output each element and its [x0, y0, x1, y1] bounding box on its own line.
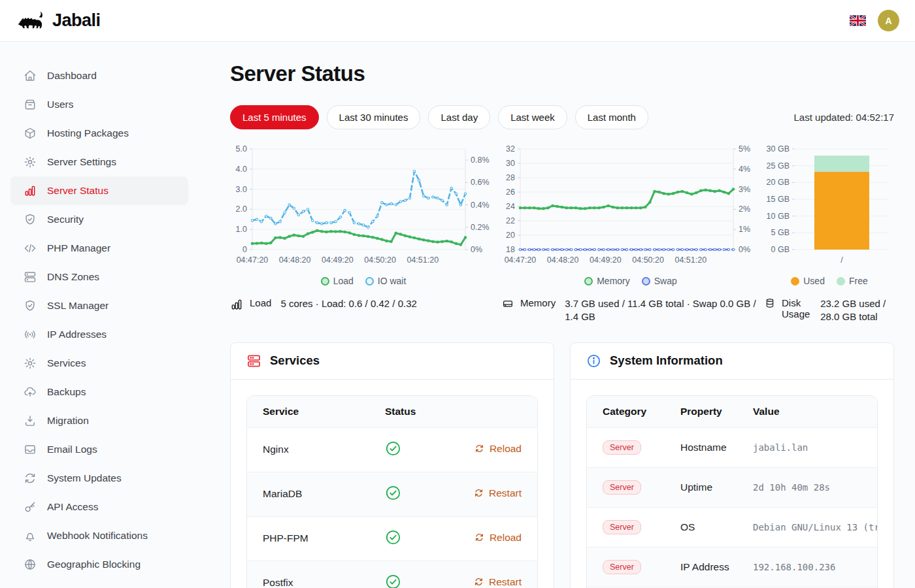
- service-row-postfix: PostfixRestart: [247, 561, 537, 588]
- category-cell: Server: [587, 547, 665, 587]
- legend-item-io-wait[interactable]: IO wait: [365, 276, 407, 286]
- legend-item-swap[interactable]: Swap: [642, 276, 677, 286]
- svg-text:22: 22: [506, 216, 515, 225]
- bar-chart-icon: [230, 298, 243, 311]
- svg-text:20 GB: 20 GB: [767, 178, 790, 187]
- service-action-cell: Reload: [454, 427, 537, 472]
- service-action-cell: Restart: [454, 472, 537, 516]
- svg-text:04:48:20: 04:48:20: [547, 255, 579, 265]
- language-uk-flag-icon[interactable]: [850, 15, 866, 26]
- server-stack-icon: [246, 353, 261, 368]
- postfix-restart-button[interactable]: Restart: [474, 576, 522, 588]
- php-fpm-reload-button[interactable]: Reload: [474, 532, 522, 544]
- status-value: 3.7 GB used / 11.4 GB total · Swap 0.0 G…: [565, 297, 759, 324]
- sidebar-item-server-settings[interactable]: Server Settings: [10, 148, 188, 176]
- system-info-card: System Information Category Property Val…: [570, 342, 894, 588]
- topbar: Jabali A: [0, 0, 915, 42]
- sidebar-item-hosting-packages[interactable]: Hosting Packages: [10, 119, 188, 148]
- inbox-icon: [24, 443, 37, 456]
- range-button-last-30-minutes[interactable]: Last 30 minutes: [327, 105, 421, 129]
- load-chart: 01.02.03.04.05.00%0.2%0.4%0.6%0.8%04:47:…: [230, 144, 497, 272]
- load-chart-legend: LoadIO wait: [230, 274, 497, 288]
- range-button-last-5-minutes[interactable]: Last 5 minutes: [230, 105, 319, 129]
- status-disk-usage: Disk Usage23.2 GB used / 28.0 GB total: [765, 297, 894, 324]
- sidebar-item-php-manager[interactable]: PHP Manager: [10, 234, 188, 263]
- sidebar-item-ip-addresses[interactable]: IP Addresses: [10, 320, 188, 349]
- system-info-card-title: System Information: [610, 353, 723, 368]
- svg-text:04:47:20: 04:47:20: [237, 255, 269, 265]
- sidebar-item-dashboard[interactable]: Dashboard: [10, 61, 188, 90]
- last-updated: Last updated: 04:52:17: [794, 112, 894, 123]
- key-icon: [24, 500, 37, 514]
- svg-text:04:48:20: 04:48:20: [279, 255, 311, 265]
- sidebar-item-webhook-notifications[interactable]: Webhook Notifications: [10, 521, 188, 550]
- sidebar-item-services[interactable]: Services: [10, 349, 188, 378]
- sidebar-item-ssl-manager[interactable]: SSL Manager: [10, 291, 188, 320]
- brand[interactable]: Jabali: [16, 10, 101, 32]
- action-label: Reload: [490, 532, 522, 544]
- legend-item-load[interactable]: Load: [321, 276, 354, 286]
- legend-item-free[interactable]: Free: [837, 276, 868, 286]
- package-icon: [24, 127, 37, 140]
- service-name: MariaDB: [247, 472, 369, 516]
- nginx-reload-button[interactable]: Reload: [474, 443, 522, 455]
- signal-icon: [24, 328, 37, 341]
- sidebar-item-label: Server Settings: [47, 156, 116, 168]
- services-card-title: Services: [270, 353, 320, 368]
- sidebar-item-migration[interactable]: Migration: [10, 406, 188, 435]
- sidebar-item-security[interactable]: Security: [10, 205, 188, 234]
- sidebar-item-label: Server Status: [47, 185, 108, 197]
- legend-item-used[interactable]: Used: [791, 276, 825, 286]
- sidebar-item-api-access[interactable]: API Access: [10, 493, 188, 521]
- sidebar: DashboardUsersHosting PackagesServer Set…: [0, 42, 199, 588]
- server-stack-icon: [24, 270, 37, 284]
- status-ok-check-icon: [385, 440, 401, 457]
- sidebar-item-label: Hosting Packages: [47, 127, 129, 139]
- status-memory: Memory3.7 GB used / 11.4 GB total · Swap…: [502, 297, 759, 324]
- category-badge: Server: [603, 560, 641, 574]
- sidebar-item-server-status[interactable]: Server Status: [10, 176, 188, 205]
- svg-text:0: 0: [242, 245, 247, 254]
- refresh-icon: [24, 472, 37, 485]
- refresh-icon: [474, 488, 484, 498]
- sidebar-item-users[interactable]: Users: [10, 90, 188, 119]
- service-status: [369, 472, 454, 516]
- code-icon: [24, 242, 37, 255]
- services-card-body: Service Status NginxReloadMariaDBRestart…: [231, 380, 554, 588]
- time-range-group: Last 5 minutesLast 30 minutesLast dayLas…: [230, 105, 648, 129]
- sidebar-item-backups[interactable]: Backups: [10, 378, 188, 406]
- action-label: Restart: [489, 576, 522, 588]
- svg-text:5.0: 5.0: [236, 144, 247, 154]
- svg-text:0.6%: 0.6%: [471, 178, 490, 187]
- service-name: PHP-FPM: [247, 516, 369, 561]
- refresh-icon: [474, 532, 484, 542]
- sidebar-item-geographic-blocking[interactable]: Geographic Blocking: [10, 550, 188, 579]
- range-button-last-month[interactable]: Last month: [575, 105, 648, 129]
- shield-check-icon: [24, 213, 37, 226]
- sidebar-item-label: Webhook Notifications: [47, 530, 148, 542]
- svg-text:04:49:20: 04:49:20: [590, 255, 622, 265]
- avatar[interactable]: A: [878, 10, 899, 31]
- sidebar-item-label: DNS Zones: [47, 271, 99, 283]
- svg-text:0%: 0%: [739, 245, 750, 254]
- system-row-hostname: ServerHostnamejabali.lan: [587, 427, 877, 467]
- svg-text:2%: 2%: [739, 204, 750, 214]
- page-title: Server Status: [230, 61, 894, 86]
- service-status: [369, 427, 454, 472]
- mariadb-restart-button[interactable]: Restart: [474, 487, 522, 499]
- sidebar-item-label: Migration: [47, 415, 89, 427]
- load-chart-block: 01.02.03.04.05.00%0.2%0.4%0.6%0.8%04:47:…: [230, 144, 497, 288]
- sidebar-item-dns-zones[interactable]: DNS Zones: [10, 263, 188, 291]
- legend-dot: [791, 277, 799, 286]
- legend-item-memory[interactable]: Memory: [584, 276, 630, 286]
- svg-text:15 GB: 15 GB: [767, 195, 790, 204]
- property-value: 192.168.100.236: [753, 562, 835, 572]
- drive-icon: [502, 298, 514, 310]
- sidebar-item-label: IP Addresses: [47, 329, 107, 340]
- range-button-last-week[interactable]: Last week: [498, 105, 567, 129]
- sidebar-item-email-logs[interactable]: Email Logs: [10, 435, 188, 464]
- property-value: 2d 10h 40m 28s: [753, 482, 830, 493]
- legend-dot: [584, 277, 593, 286]
- sidebar-item-system-updates[interactable]: System Updates: [10, 464, 188, 493]
- range-button-last-day[interactable]: Last day: [428, 105, 490, 129]
